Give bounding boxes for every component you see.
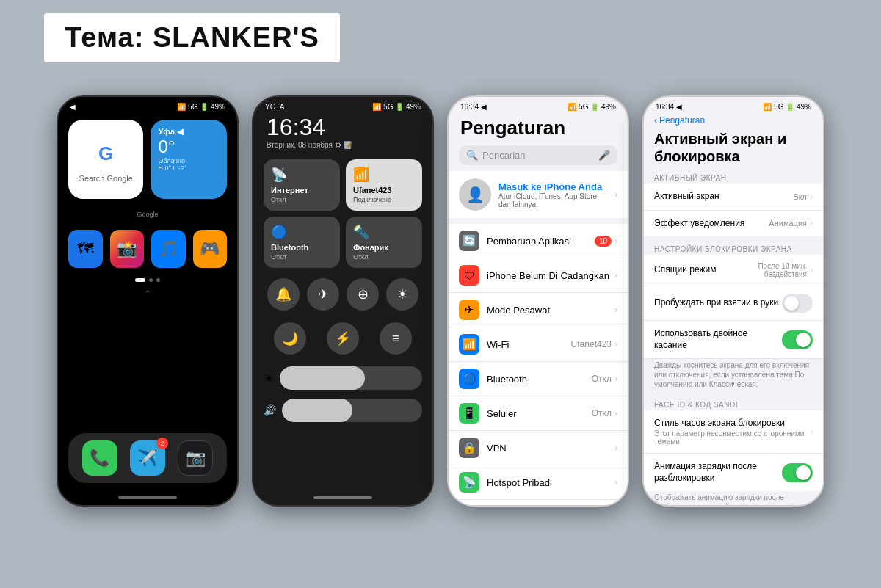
- camera-app-icon[interactable]: 📷: [178, 440, 213, 476]
- cc-date: Вторник, 08 ноября ⚙ 📝: [253, 141, 432, 155]
- cellular-chevron: ›: [614, 408, 617, 418]
- cc-layers-btn[interactable]: ≡: [380, 322, 412, 355]
- cc-bluetooth-label: Bluetooth: [271, 243, 333, 252]
- sleep-chevron: ›: [810, 265, 813, 275]
- active-screen-row[interactable]: Активный экран Вкл ›: [644, 184, 823, 211]
- weather-temp: 0°: [158, 137, 220, 157]
- cc-flashlight-tile[interactable]: 🔦 Фонарик Откл: [346, 217, 422, 268]
- phone3-status-left: 16:34 ◀: [460, 103, 487, 111]
- phone2-status-bar: YOTA 📶 5G 🔋 49%: [253, 97, 432, 114]
- cc-sun-btn[interactable]: ☀: [386, 278, 418, 311]
- raise-toggle[interactable]: [782, 294, 813, 313]
- updates-chevron: ›: [614, 236, 617, 246]
- cc-bluetooth-icon: 🔵: [271, 224, 333, 240]
- cc-bell-btn[interactable]: 🔔: [267, 278, 300, 311]
- search-placeholder: Pencarian: [482, 150, 526, 161]
- sleep-value: После 10 мин. бездействия: [748, 262, 807, 278]
- settings-row-updates[interactable]: 🔄 Pembaruan Aplikasi 10 ›: [449, 224, 628, 258]
- brightness-icon: ☀: [264, 371, 274, 385]
- weather-city: Уфа ◀: [158, 127, 220, 137]
- cc-icons: ⚙ 📝: [335, 141, 352, 149]
- cc-bluetooth-tile[interactable]: 🔵 Bluetooth Откл: [264, 217, 340, 268]
- vpn-icon: 🔒: [459, 438, 479, 458]
- raise-to-wake-row[interactable]: Пробуждать при взятии в руки: [644, 286, 823, 320]
- settings-row-lockscreen[interactable]: 🔒 Активный экран и блокировка ›: [449, 500, 628, 507]
- settings-row-hotspot[interactable]: 📡 Hotspot Pribadi ›: [449, 465, 628, 500]
- notification-effect-row[interactable]: Эффект уведомления Анимация ›: [644, 211, 823, 237]
- dot-active: [135, 278, 145, 282]
- airplane-chevron: ›: [614, 305, 617, 315]
- sleep-label: Спящий режим: [654, 264, 748, 276]
- raise-toggle-knob: [784, 296, 799, 311]
- cc-screen-btn[interactable]: ⊕: [347, 278, 379, 311]
- cc-time: 16:34: [253, 114, 432, 141]
- settings-row-wifi[interactable]: 📶 Wi-Fi Ufanet423 ›: [449, 327, 628, 362]
- cc-wifi-tile[interactable]: 📶 Ufanet423 Подключено: [346, 159, 422, 211]
- updates-label: Pembaruan Aplikasi: [487, 236, 595, 247]
- double-tap-row[interactable]: Использовать двойное касание: [644, 320, 823, 359]
- cc-flashlight-label: Фонарик: [353, 243, 415, 252]
- bluetooth-label: Bluetooth: [487, 374, 592, 385]
- phone4-lock-settings: 16:34 ◀ 📶 5G 🔋 49% ‹ Pengaturan Активный…: [642, 95, 824, 507]
- section1-header: АКТИВНЫЙ ЭКРАН: [644, 171, 823, 184]
- settings-row-vpn[interactable]: 🔒 VPN ›: [449, 431, 628, 465]
- google-logo: G: [88, 136, 123, 171]
- app4-icon[interactable]: 🎮: [193, 230, 228, 268]
- google-app-label: Google: [58, 205, 237, 224]
- google-widget[interactable]: G Search Google: [68, 120, 143, 199]
- section2-header: НАСТРОЙКИ БЛОКИРОВКИ ЭКРАНА: [644, 242, 823, 255]
- cc-wifi-icon: 📶: [353, 167, 415, 183]
- bluetooth-chevron: ›: [614, 374, 617, 384]
- updates-badge: 10: [595, 236, 612, 247]
- profile-info: Masuk ke iPhone Anda Atur iCloud, iTunes…: [498, 181, 607, 208]
- vpn-chevron: ›: [614, 443, 617, 453]
- volume-slider[interactable]: [282, 399, 422, 422]
- settings-row-cellular[interactable]: 📱 Seluler Откл ›: [449, 396, 628, 431]
- phone2-carrier: YOTA: [265, 103, 284, 111]
- cc-volume: 🔊: [253, 396, 432, 428]
- lock-style-row[interactable]: Стиль часов экрана блокировки Этот парам…: [644, 410, 823, 454]
- cc-grid: 📡 Интернет Откл 📶 Ufanet423 Подключено 🔵…: [253, 155, 432, 272]
- cc-send-btn[interactable]: ✈: [307, 278, 339, 311]
- cellular-label: Seluler: [487, 408, 592, 419]
- cc-bolt-btn[interactable]: ⚡: [327, 322, 359, 355]
- settings-row-bluetooth[interactable]: 🔵 Bluetooth Откл ›: [449, 362, 628, 396]
- instagram-icon[interactable]: 📸: [110, 230, 145, 268]
- settings-row-backup[interactable]: 🛡 iPhone Belum Di Cadangkan ›: [449, 258, 628, 293]
- settings-profile[interactable]: 👤 Masuk ke iPhone Anda Atur iCloud, iTun…: [449, 171, 628, 218]
- telegram-badge: 2: [156, 438, 168, 449]
- cc-internet-tile[interactable]: 📡 Интернет Откл: [264, 159, 340, 211]
- charge-anim-info: Анимация зарядки после разблокировки: [654, 461, 782, 484]
- settings-list: 🔄 Pembaruan Aplikasi 10 › 🛡 iPhone Belum…: [449, 224, 628, 507]
- brightness-slider[interactable]: [280, 366, 422, 390]
- cc-wifi-sub: Подключено: [353, 196, 415, 203]
- telegram-app-icon[interactable]: ✈️ 2: [130, 440, 165, 476]
- sleep-row[interactable]: Спящий режим После 10 мин. бездействия ›: [644, 255, 823, 286]
- search-icon: 🔍: [466, 150, 478, 161]
- charge-anim-toggle[interactable]: [782, 463, 813, 482]
- settings-search[interactable]: 🔍 Pencarian 🎤: [459, 145, 617, 165]
- section1-group: Активный экран Вкл › Эффект уведомления …: [644, 184, 823, 236]
- swipe-up: ⌃: [58, 286, 237, 300]
- profile-name: Masuk ke iPhone Anda: [498, 181, 607, 192]
- cc-controls-row: 🔔 ✈ ⊕ ☀: [253, 272, 432, 316]
- phone1-status-left: ◀: [70, 103, 76, 111]
- active-screen-value: Вкл: [793, 192, 807, 201]
- phone-app-icon[interactable]: 📞: [82, 440, 117, 476]
- updates-icon: 🔄: [459, 231, 479, 251]
- charge-anim-desc: Отображать анимацию зарядки после разбло…: [644, 491, 823, 507]
- cellular-value: Откл: [592, 408, 612, 418]
- hotspot-icon: 📡: [459, 472, 479, 493]
- back-link[interactable]: ‹ Pengaturan: [644, 114, 823, 127]
- cc-moon-btn[interactable]: 🌙: [274, 322, 306, 355]
- maps-icon[interactable]: 🗺: [68, 230, 103, 268]
- settings-row-airplane[interactable]: ✈ Mode Pesawat ›: [449, 293, 628, 327]
- weather-widget[interactable]: Уфа ◀ 0° Облачно H:0° L:-2°: [151, 120, 227, 199]
- charge-anim-row[interactable]: Анимация зарядки после разблокировки: [644, 454, 823, 491]
- dock: 📞 ✈️ 2 📷: [68, 433, 227, 483]
- double-tap-desc: Дважды коснитесь экрана для его включени…: [644, 359, 823, 392]
- lock-style-desc: Этот параметр несовместим со сторонними …: [654, 429, 810, 446]
- double-tap-toggle[interactable]: [782, 330, 813, 349]
- app3-icon[interactable]: 🎵: [151, 230, 186, 268]
- cellular-icon: 📱: [459, 403, 479, 424]
